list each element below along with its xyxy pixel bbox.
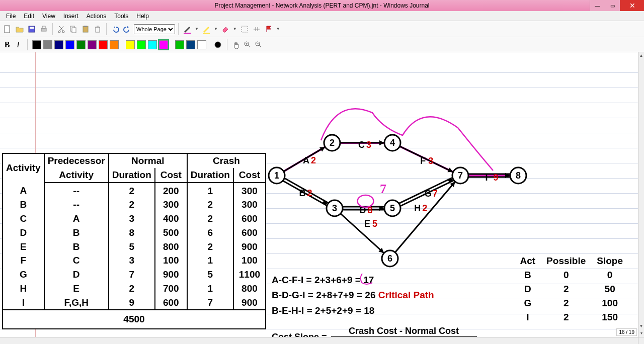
undo-button[interactable] — [110, 24, 121, 35]
svg-text:3: 3 — [366, 140, 371, 150]
italic-button[interactable]: I — [13, 40, 23, 49]
color-yellow[interactable] — [126, 40, 135, 49]
svg-text:5: 5 — [390, 203, 395, 213]
zoom-select[interactable]: Whole Page — [134, 24, 175, 34]
svg-rect-2 — [30, 27, 34, 29]
table-cell: D — [44, 268, 109, 282]
scroll-down2-icon[interactable]: ▾ — [638, 330, 644, 337]
th-normal-dur: Duration — [109, 168, 155, 183]
table-cell: B — [44, 226, 109, 240]
vertical-scrollbar[interactable]: ▲ ▼ ▾ — [638, 52, 644, 337]
color-green[interactable] — [76, 40, 86, 49]
print-button[interactable] — [38, 24, 49, 35]
formula-numerator: Crash Cost - Normal Cost — [331, 326, 477, 337]
color-cyan[interactable] — [148, 40, 157, 49]
selection-button[interactable] — [239, 24, 250, 35]
color-magenta[interactable] — [159, 40, 168, 49]
eraser-button[interactable] — [220, 24, 231, 35]
highlighter-dropdown[interactable]: ▼ — [213, 27, 219, 31]
table-cell: 1 — [187, 282, 233, 296]
menu-edit[interactable]: Edit — [20, 12, 38, 21]
th-crash-dur: Duration — [187, 168, 233, 183]
paste-button[interactable] — [80, 24, 91, 35]
scroll-down-icon[interactable]: ▼ — [638, 323, 644, 330]
journal-canvas[interactable]: Activity Predecessor Normal Crash Activi… — [0, 52, 638, 337]
color-orange[interactable] — [110, 40, 119, 49]
menu-help[interactable]: Help — [132, 12, 153, 21]
color-darkblue[interactable] — [186, 40, 195, 49]
zoom-in-icon[interactable] — [243, 40, 253, 50]
table-row: I2150 — [515, 311, 628, 324]
pan-hand-icon[interactable] — [231, 40, 242, 50]
menu-tools[interactable]: Tools — [110, 12, 132, 21]
table-cell: B — [3, 198, 44, 212]
th-normal: Normal — [109, 153, 187, 168]
color-green2[interactable] — [175, 40, 184, 49]
zoom-out-icon[interactable] — [254, 40, 264, 50]
space-button[interactable] — [251, 24, 262, 35]
svg-text:4: 4 — [390, 138, 395, 148]
table-cell: 2 — [109, 282, 155, 296]
open-button[interactable] — [14, 24, 25, 35]
svg-text:F: F — [420, 156, 426, 166]
pen-button[interactable] — [182, 24, 193, 35]
color-lime[interactable] — [137, 40, 146, 49]
svg-text:9: 9 — [494, 173, 499, 183]
new-note-button[interactable] — [2, 24, 13, 35]
menu-insert[interactable]: Insert — [59, 12, 83, 21]
color-picker-icon[interactable] — [213, 40, 223, 50]
eraser-dropdown[interactable]: ▼ — [232, 27, 238, 31]
flag-button[interactable] — [263, 24, 274, 35]
bold-button[interactable]: B — [2, 40, 12, 49]
table-cell: -- — [44, 198, 109, 212]
table-cell: 100 — [155, 253, 187, 268]
close-button[interactable]: ✕ — [620, 0, 644, 11]
color-blue[interactable] — [65, 40, 74, 49]
table-cell: 2 — [541, 311, 591, 324]
save-button[interactable] — [26, 24, 37, 35]
menu-view[interactable]: View — [38, 12, 59, 21]
scroll-up-icon[interactable]: ▲ — [638, 52, 644, 59]
highlighter-button[interactable] — [201, 24, 212, 35]
color-black[interactable] — [32, 40, 41, 49]
delete-button[interactable] — [92, 24, 103, 35]
svg-text:E: E — [364, 219, 370, 229]
table-row: D250 — [515, 283, 628, 296]
svg-line-40 — [399, 146, 453, 172]
svg-text:7: 7 — [458, 170, 463, 181]
menu-file[interactable]: File — [2, 12, 20, 21]
table-row: FC31001100 — [3, 253, 266, 268]
redo-button[interactable] — [122, 24, 133, 35]
menu-bar: File Edit View Insert Actions Tools Help — [0, 11, 644, 21]
menu-actions[interactable]: Actions — [83, 12, 110, 21]
cut-button[interactable] — [56, 24, 67, 35]
maximize-button[interactable]: ▭ — [605, 0, 620, 11]
table-row: CA34002600 — [3, 212, 266, 226]
table-cell: 300 — [155, 198, 187, 212]
table-cell: 3 — [109, 253, 155, 268]
table-cell: F,G,H — [44, 296, 109, 310]
slope-th-slope: Slope — [592, 254, 628, 268]
color-white[interactable] — [197, 40, 206, 49]
table-cell: B — [44, 240, 109, 254]
flag-dropdown[interactable]: ▼ — [275, 27, 281, 31]
th-activity: Activity — [3, 153, 44, 183]
minimize-button[interactable]: — — [590, 0, 605, 11]
table-cell: 700 — [155, 282, 187, 296]
color-purple[interactable] — [88, 40, 97, 49]
color-red[interactable] — [99, 40, 108, 49]
svg-rect-8 — [72, 28, 76, 33]
svg-text:2: 2 — [311, 155, 316, 165]
formula-fraction: Crash Cost - Normal Cost Normal Duration… — [331, 326, 477, 337]
copy-button[interactable] — [68, 24, 79, 35]
svg-text:G: G — [425, 189, 432, 199]
table-cell: 2 — [541, 297, 591, 310]
pen-dropdown[interactable]: ▼ — [194, 27, 200, 31]
horizontal-scrollbar[interactable] — [0, 337, 638, 344]
color-gray[interactable] — [43, 40, 52, 49]
svg-text:I: I — [486, 173, 488, 183]
table-cell: 150 — [592, 311, 628, 324]
svg-line-36 — [341, 214, 384, 253]
color-navy[interactable] — [54, 40, 63, 49]
page-indicator: 16 / 19 — [616, 328, 637, 336]
